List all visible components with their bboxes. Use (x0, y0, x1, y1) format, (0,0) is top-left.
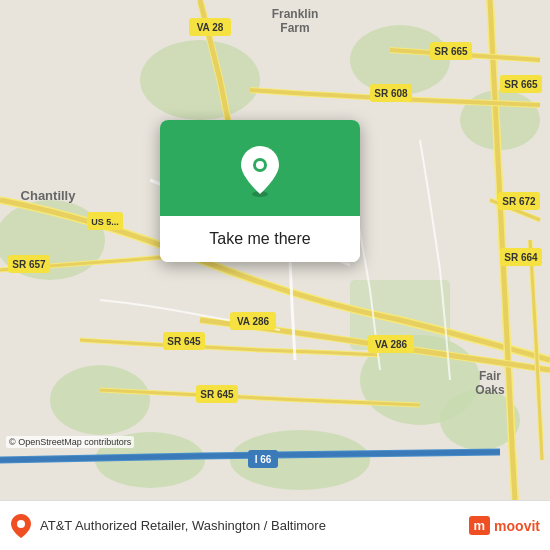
popup-header (160, 120, 360, 216)
attribution-text: © OpenStreetMap contributors (9, 437, 131, 447)
svg-point-3 (50, 365, 150, 435)
svg-text:SR 665: SR 665 (504, 79, 538, 90)
location-pin-icon (236, 142, 284, 198)
take-me-there-button[interactable]: Take me there (160, 216, 360, 262)
svg-text:VA 286: VA 286 (237, 316, 270, 327)
footer-bar: AT&T Authorized Retailer, Washington / B… (0, 500, 550, 550)
svg-text:VA 286: VA 286 (375, 339, 408, 350)
svg-text:SR 608: SR 608 (374, 88, 408, 99)
svg-text:Chantilly: Chantilly (21, 188, 77, 203)
svg-point-9 (140, 40, 260, 120)
svg-text:SR 672: SR 672 (502, 196, 536, 207)
moovit-pin-icon (10, 512, 32, 540)
svg-text:SR 657: SR 657 (12, 259, 46, 270)
svg-text:Farm: Farm (280, 21, 309, 35)
svg-text:SR 645: SR 645 (167, 336, 201, 347)
svg-text:US 5...: US 5... (91, 217, 119, 227)
footer-location-text: AT&T Authorized Retailer, Washington / B… (40, 518, 461, 533)
location-popup: Take me there (160, 120, 360, 262)
moovit-logo: m moovit (469, 516, 540, 535)
map-attribution: © OpenStreetMap contributors (6, 436, 134, 448)
svg-text:Franklin: Franklin (272, 7, 319, 21)
svg-point-44 (256, 161, 264, 169)
svg-text:SR 645: SR 645 (200, 389, 234, 400)
svg-text:VA 28: VA 28 (197, 22, 224, 33)
svg-text:SR 664: SR 664 (504, 252, 538, 263)
svg-point-45 (17, 520, 25, 528)
moovit-m: m (469, 516, 491, 535)
moovit-wordmark: moovit (494, 518, 540, 534)
svg-text:SR 665: SR 665 (434, 46, 468, 57)
svg-text:Oaks: Oaks (475, 383, 505, 397)
map-view[interactable]: VA 28 SR 665 SR 665 SR 608 US 5... SR 65… (0, 0, 550, 500)
svg-text:Fair: Fair (479, 369, 501, 383)
svg-text:I 66: I 66 (255, 454, 272, 465)
